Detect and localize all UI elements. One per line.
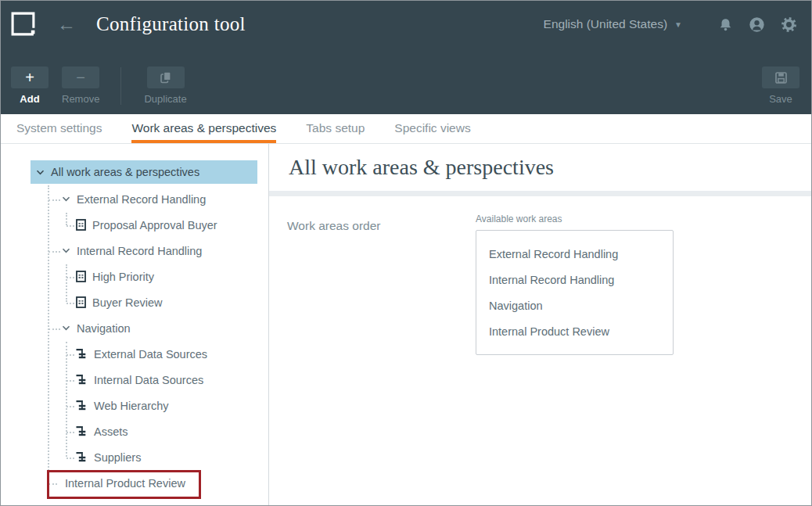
available-work-areas-list[interactable]: External Record Handling Internal Record… bbox=[476, 230, 674, 355]
tree-item-external-data-sources[interactable]: External Data Sources bbox=[1, 341, 268, 367]
tree-connector bbox=[66, 432, 74, 433]
tab-tabs-setup[interactable]: Tabs setup bbox=[306, 114, 365, 143]
annotation-highlight-box bbox=[47, 470, 201, 499]
bell-icon[interactable] bbox=[718, 17, 733, 31]
plus-icon: + bbox=[25, 70, 34, 85]
hierarchy-icon bbox=[76, 425, 88, 437]
list-item[interactable]: Internal Record Handling bbox=[476, 267, 673, 293]
duplicate-button[interactable]: Duplicate bbox=[144, 66, 186, 105]
tree-item-navigation[interactable]: Navigation bbox=[1, 315, 268, 341]
tree-connector bbox=[66, 277, 74, 278]
perspective-doc-icon bbox=[76, 219, 86, 231]
hierarchy-icon bbox=[76, 400, 88, 411]
tab-bar: System settings Work areas & perspective… bbox=[1, 114, 811, 144]
tree-item-buyer-review[interactable]: Buyer Review bbox=[1, 289, 268, 315]
tree-connector bbox=[66, 225, 74, 227]
chevron-down-icon bbox=[62, 196, 70, 202]
section-divider bbox=[269, 191, 811, 196]
tree-item-internal-record-handling[interactable]: Internal Record Handling bbox=[1, 238, 268, 264]
chevron-down-icon bbox=[62, 248, 70, 253]
tree-item-proposal-approval-buyer[interactable]: Proposal Approval Buyer bbox=[1, 212, 268, 238]
available-work-areas-label: Available work areas bbox=[476, 214, 674, 224]
duplicate-button-label: Duplicate bbox=[144, 93, 186, 105]
list-item[interactable]: External Record Handling bbox=[476, 242, 673, 267]
page-title: All work areas & perspectives bbox=[289, 155, 554, 180]
app-title: Configuration tool bbox=[96, 13, 246, 35]
save-icon bbox=[774, 71, 788, 84]
tree-item-all-work-areas[interactable]: All work areas & perspectives bbox=[31, 160, 257, 184]
tree-item-assets[interactable]: Assets bbox=[1, 418, 268, 444]
tree-item-internal-data-sources[interactable]: Internal Data Sources bbox=[1, 367, 268, 393]
app-logo-icon bbox=[10, 11, 37, 38]
hierarchy-icon bbox=[76, 451, 88, 463]
remove-button-label: Remove bbox=[62, 93, 99, 105]
hierarchy-icon bbox=[76, 348, 88, 360]
tree-item-suppliers[interactable]: Suppliers bbox=[1, 444, 268, 470]
tree-connector bbox=[49, 251, 60, 253]
tree-item-external-record-handling[interactable]: External Record Handling bbox=[1, 186, 268, 212]
save-button[interactable]: Save bbox=[762, 66, 799, 105]
language-selector[interactable]: English (United States) bbox=[544, 17, 668, 31]
tree-item-high-priority[interactable]: High Priority bbox=[1, 264, 268, 289]
toolbar-separator bbox=[120, 67, 121, 105]
tree-connector bbox=[49, 199, 60, 201]
tab-system-settings[interactable]: System settings bbox=[16, 114, 102, 143]
chevron-down-icon bbox=[36, 170, 45, 175]
chevron-down-icon bbox=[62, 325, 70, 331]
minus-icon: − bbox=[76, 70, 85, 85]
tree-connector bbox=[66, 354, 74, 356]
perspective-doc-icon bbox=[76, 271, 86, 282]
tree-connector bbox=[66, 406, 74, 407]
tab-specific-views[interactable]: Specific views bbox=[394, 114, 470, 143]
gear-icon[interactable] bbox=[781, 16, 797, 33]
list-item[interactable]: Navigation bbox=[476, 293, 673, 319]
main-panel: All work areas & perspectives Work areas… bbox=[269, 144, 811, 505]
add-button-label: Add bbox=[20, 93, 39, 105]
duplicate-icon bbox=[160, 71, 171, 84]
list-item[interactable]: Internal Product Review bbox=[476, 319, 673, 345]
tree-connector bbox=[66, 380, 74, 382]
user-icon[interactable] bbox=[749, 16, 765, 33]
work-areas-order-label: Work areas order bbox=[287, 214, 455, 355]
tree-item-web-hierarchy[interactable]: Web Hierarchy bbox=[1, 393, 268, 418]
tree-connector bbox=[66, 303, 74, 304]
chevron-down-icon[interactable]: ▼ bbox=[674, 20, 682, 29]
remove-button[interactable]: − Remove bbox=[62, 66, 99, 105]
toolbar: + Add − Remove Duplicate bbox=[1, 48, 811, 114]
configuration-tool-window: ← Configuration tool English (United Sta… bbox=[0, 0, 812, 506]
save-button-label: Save bbox=[769, 93, 792, 105]
back-arrow-icon[interactable]: ← bbox=[57, 15, 76, 34]
perspective-doc-icon bbox=[76, 296, 86, 308]
tree-connector bbox=[66, 458, 74, 459]
app-header: ← Configuration tool English (United Sta… bbox=[1, 1, 811, 48]
add-button[interactable]: + Add bbox=[11, 66, 49, 105]
work-areas-tree: All work areas & perspectives External R… bbox=[1, 144, 269, 505]
hierarchy-icon bbox=[76, 374, 88, 386]
tab-work-areas-perspectives[interactable]: Work areas & perspectives bbox=[131, 114, 276, 143]
tree-connector bbox=[49, 328, 60, 330]
